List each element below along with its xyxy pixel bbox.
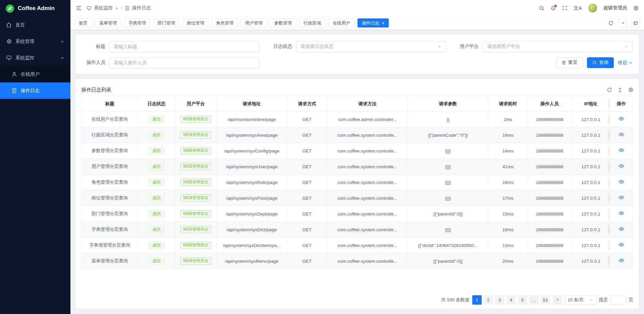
tab-label: 首页 bbox=[79, 20, 88, 26]
cell-title: 字典管理分页查询 bbox=[81, 222, 138, 238]
tab-行政区域[interactable]: 行政区域 bbox=[299, 18, 325, 27]
tab-label: 参数管理 bbox=[274, 20, 292, 26]
tab-close-icon[interactable]: × bbox=[382, 21, 384, 25]
view-detail-button[interactable] bbox=[619, 226, 624, 232]
sidebar-item-system-monitor[interactable]: 系统监控 bbox=[0, 50, 70, 66]
tab-在线用户[interactable]: 在线用户 bbox=[328, 18, 355, 27]
sidebar-collapse-button[interactable] bbox=[76, 5, 82, 11]
sidebar-item-home[interactable]: 首页 bbox=[0, 17, 70, 33]
table-scroll-area[interactable]: 标题日志状态用户平台请求地址请求方式请求方法请求参数请求耗时操作人员IP地址操作… bbox=[81, 96, 633, 291]
tab-字典管理[interactable]: 字典管理 bbox=[124, 18, 150, 27]
search-button[interactable] bbox=[539, 5, 544, 11]
main-area: 系统监控 / 操作日志 文A bbox=[70, 0, 644, 314]
status-select[interactable]: 请选择日志状态 bbox=[296, 41, 446, 52]
cell-request-method: GET bbox=[287, 159, 327, 175]
pagination-more[interactable]: ... bbox=[529, 295, 539, 305]
sidebar-item-label: 操作日志 bbox=[21, 88, 40, 94]
cell-action bbox=[610, 175, 633, 190]
table-tools bbox=[607, 87, 633, 92]
page-size-select[interactable]: 10 条/页 bbox=[565, 295, 596, 305]
cell-request-params: [] bbox=[408, 112, 488, 127]
tab-用户管理[interactable]: 用户管理 bbox=[241, 18, 267, 27]
tab-bar: 首页菜单管理字典管理部门管理岗位管理角色管理用户管理参数管理行政区域在线用户操作… bbox=[70, 16, 644, 29]
table-row: 参数管理分页查询成功WEB管理后台/api/system/sysConfig/p… bbox=[81, 143, 633, 159]
pagination-page-2[interactable]: 2 bbox=[484, 295, 493, 305]
pagination-page-1[interactable]: 1 bbox=[472, 295, 482, 305]
tab-角色管理[interactable]: 角色管理 bbox=[212, 18, 238, 27]
table-density-button[interactable] bbox=[618, 87, 623, 92]
page-unit-label: 页 bbox=[629, 297, 634, 303]
settings-button[interactable] bbox=[633, 5, 639, 11]
table-settings-button[interactable] bbox=[628, 87, 633, 92]
cell-request-url: /api/system/sysDept/page bbox=[217, 206, 287, 222]
fullscreen-button[interactable] bbox=[562, 5, 568, 11]
platform-select[interactable]: 请选择用户平台 bbox=[483, 41, 633, 52]
tab-actions-dropdown[interactable] bbox=[619, 18, 628, 27]
tab-参数管理[interactable]: 参数管理 bbox=[270, 18, 296, 27]
view-detail-button[interactable] bbox=[619, 258, 624, 263]
eye-icon bbox=[619, 226, 624, 232]
avatar[interactable] bbox=[588, 3, 597, 13]
pagination-page-5[interactable]: 5 bbox=[518, 295, 527, 305]
tab-菜单管理[interactable]: 菜单管理 bbox=[95, 18, 121, 27]
pagination-page-3[interactable]: 3 bbox=[495, 295, 504, 305]
cell-operator: 18888888888 bbox=[528, 253, 572, 269]
pagination-next-button[interactable] bbox=[553, 295, 562, 305]
cell-request-cost: 16ms bbox=[488, 222, 528, 238]
view-detail-button[interactable] bbox=[619, 116, 624, 122]
layout-toggle-button[interactable] bbox=[631, 18, 640, 27]
username[interactable]: 超级管理员 bbox=[603, 5, 627, 11]
tab-岗位管理[interactable]: 岗位管理 bbox=[182, 18, 209, 27]
operation-log-table: 标题日志状态用户平台请求地址请求方式请求方法请求参数请求耗时操作人员IP地址操作… bbox=[81, 96, 633, 269]
tab-首页[interactable]: 首页 bbox=[74, 18, 92, 27]
platform-tag: WEB管理后台 bbox=[180, 131, 211, 139]
table-refresh-button[interactable] bbox=[607, 87, 612, 92]
language-button[interactable]: 文A bbox=[574, 5, 582, 11]
status-badge: 成功 bbox=[148, 242, 165, 249]
tab-label: 在线用户 bbox=[333, 20, 350, 26]
operator-input[interactable] bbox=[109, 57, 259, 68]
collapse-filters-button[interactable]: 收起 bbox=[618, 60, 633, 66]
cell-operator: 18888888888 bbox=[528, 143, 572, 159]
title-input[interactable] bbox=[109, 41, 259, 52]
jump-page-input[interactable] bbox=[611, 295, 626, 305]
sidebar-item-online-users[interactable]: 在线用户 bbox=[0, 66, 70, 82]
pagination-page-53[interactable]: 53 bbox=[541, 295, 550, 305]
cell-ip: 127.0.0.1 bbox=[572, 175, 610, 190]
table-row: 在线用户分页查询成功WEB管理后台/api/monitor/online/pag… bbox=[81, 112, 633, 127]
view-detail-button[interactable] bbox=[619, 179, 624, 185]
cell-ip: 127.0.0.1 bbox=[572, 206, 610, 222]
status-badge: 成功 bbox=[148, 131, 165, 139]
tab-label: 岗位管理 bbox=[187, 20, 204, 26]
pagination-page-4[interactable]: 4 bbox=[506, 295, 516, 305]
breadcrumb-root[interactable]: 系统监控 bbox=[94, 5, 113, 11]
monitor-icon bbox=[87, 6, 92, 11]
notifications-button[interactable] bbox=[550, 5, 556, 11]
reset-button[interactable]: 重置 bbox=[556, 57, 583, 68]
sidebar-item-operation-log[interactable]: 操作日志 bbox=[0, 82, 70, 99]
cell-operator: 18888888888 bbox=[528, 222, 572, 238]
tab-label: 部门管理 bbox=[158, 20, 175, 26]
refresh-tabs-button[interactable] bbox=[606, 18, 615, 27]
chevron-down-icon bbox=[590, 298, 593, 302]
cell-action bbox=[610, 112, 633, 127]
cell-title: 用户管理分页查询 bbox=[81, 159, 138, 175]
eye-icon bbox=[619, 116, 624, 122]
view-detail-button[interactable] bbox=[619, 163, 624, 169]
cell-status: 成功 bbox=[138, 127, 175, 143]
view-detail-button[interactable] bbox=[619, 195, 624, 200]
view-detail-button[interactable] bbox=[619, 210, 624, 216]
cell-action bbox=[610, 206, 633, 222]
sidebar-item-system-management[interactable]: 系统管理 bbox=[0, 33, 70, 50]
query-button[interactable]: 查询 bbox=[587, 57, 614, 68]
chevron-down-icon bbox=[621, 21, 625, 25]
pagination-total: 共 530 条数据 bbox=[441, 297, 469, 303]
top-bar: 系统监控 / 操作日志 文A bbox=[70, 0, 644, 16]
table-row: 部门管理分页查询成功WEB管理后台/api/system/sysDept/pag… bbox=[81, 206, 633, 222]
view-detail-button[interactable] bbox=[619, 242, 624, 248]
tab-操作日志[interactable]: 操作日志× bbox=[358, 18, 389, 27]
view-detail-button[interactable] bbox=[619, 132, 624, 137]
view-detail-button[interactable] bbox=[619, 147, 624, 153]
document-icon bbox=[11, 88, 17, 93]
tab-部门管理[interactable]: 部门管理 bbox=[153, 18, 179, 27]
